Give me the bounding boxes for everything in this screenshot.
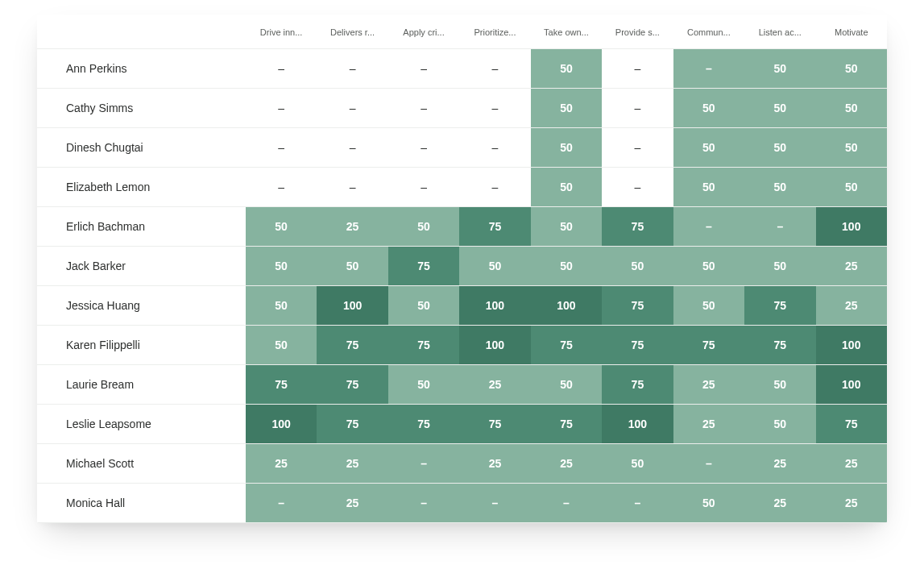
column-header[interactable]: Drive inn... — [246, 15, 317, 49]
heatmap-cell[interactable]: 50 — [673, 286, 744, 326]
heatmap-cell[interactable]: – — [744, 207, 815, 247]
heatmap-cell[interactable]: 50 — [673, 168, 744, 207]
heatmap-cell[interactable]: 50 — [816, 128, 887, 168]
heatmap-cell[interactable]: – — [388, 89, 459, 128]
heatmap-cell[interactable]: 50 — [744, 168, 815, 207]
column-header[interactable]: Prioritize... — [459, 15, 530, 49]
heatmap-cell[interactable]: 50 — [744, 49, 815, 89]
heatmap-cell[interactable]: – — [602, 89, 673, 128]
heatmap-cell[interactable]: 75 — [602, 207, 673, 247]
heatmap-cell[interactable]: 50 — [816, 168, 887, 207]
row-name[interactable]: Elizabeth Lemon — [37, 168, 246, 207]
heatmap-cell[interactable]: – — [602, 49, 673, 89]
column-header[interactable]: Commun... — [673, 15, 744, 49]
row-name[interactable]: Laurie Bream — [37, 365, 246, 405]
heatmap-cell[interactable]: 50 — [744, 89, 815, 128]
heatmap-cell[interactable]: 50 — [388, 286, 459, 326]
heatmap-cell[interactable]: 75 — [317, 326, 387, 365]
column-header[interactable]: Provide s... — [602, 15, 673, 49]
heatmap-cell[interactable]: 25 — [816, 444, 887, 484]
heatmap-cell[interactable]: 25 — [816, 247, 887, 286]
heatmap-cell[interactable]: 75 — [673, 326, 744, 365]
heatmap-cell[interactable]: 50 — [459, 247, 530, 286]
heatmap-cell[interactable]: – — [317, 49, 387, 89]
row-name[interactable]: Ann Perkins — [37, 49, 246, 89]
row-name[interactable]: Cathy Simms — [37, 89, 246, 128]
heatmap-cell[interactable]: 25 — [317, 207, 387, 247]
heatmap-cell[interactable]: 100 — [246, 405, 317, 444]
column-header[interactable]: Delivers r... — [317, 15, 387, 49]
heatmap-cell[interactable]: 100 — [531, 286, 602, 326]
heatmap-cell[interactable]: 100 — [602, 405, 673, 444]
heatmap-cell[interactable]: 100 — [816, 365, 887, 405]
heatmap-cell[interactable]: 75 — [317, 365, 387, 405]
heatmap-cell[interactable]: – — [673, 444, 744, 484]
heatmap-cell[interactable]: 25 — [673, 405, 744, 444]
column-header[interactable]: Apply cri... — [388, 15, 459, 49]
heatmap-cell[interactable]: 100 — [459, 326, 530, 365]
row-name[interactable]: Monica Hall — [37, 484, 246, 523]
heatmap-cell[interactable]: 25 — [246, 444, 317, 484]
heatmap-cell[interactable]: – — [602, 128, 673, 168]
heatmap-cell[interactable]: – — [317, 168, 387, 207]
heatmap-cell[interactable]: 75 — [602, 365, 673, 405]
heatmap-cell[interactable]: 50 — [744, 247, 815, 286]
row-name[interactable]: Jack Barker — [37, 247, 246, 286]
heatmap-cell[interactable]: 75 — [744, 326, 815, 365]
row-name[interactable]: Leslie Leapsome — [37, 405, 246, 444]
heatmap-cell[interactable]: 50 — [531, 89, 602, 128]
row-name[interactable]: Dinesh Chugtai — [37, 128, 246, 168]
heatmap-cell[interactable]: 75 — [317, 405, 387, 444]
heatmap-cell[interactable]: 75 — [816, 405, 887, 444]
column-header[interactable]: Listen ac... — [744, 15, 815, 49]
heatmap-cell[interactable]: 75 — [459, 207, 530, 247]
heatmap-cell[interactable]: – — [246, 89, 317, 128]
heatmap-cell[interactable]: – — [246, 484, 317, 523]
heatmap-cell[interactable]: – — [602, 484, 673, 523]
heatmap-cell[interactable]: – — [388, 444, 459, 484]
heatmap-cell[interactable]: 50 — [673, 128, 744, 168]
heatmap-cell[interactable]: 25 — [816, 286, 887, 326]
heatmap-cell[interactable]: 100 — [816, 326, 887, 365]
heatmap-cell[interactable]: 50 — [531, 207, 602, 247]
heatmap-cell[interactable]: 25 — [673, 365, 744, 405]
heatmap-cell[interactable]: 50 — [673, 247, 744, 286]
heatmap-cell[interactable]: 50 — [816, 49, 887, 89]
heatmap-cell[interactable]: 25 — [459, 444, 530, 484]
heatmap-cell[interactable]: 25 — [531, 444, 602, 484]
heatmap-cell[interactable]: 50 — [388, 207, 459, 247]
heatmap-cell[interactable]: 50 — [246, 286, 317, 326]
heatmap-cell[interactable]: 50 — [531, 128, 602, 168]
heatmap-cell[interactable]: 75 — [388, 247, 459, 286]
heatmap-cell[interactable]: 75 — [388, 405, 459, 444]
heatmap-cell[interactable]: – — [531, 484, 602, 523]
heatmap-cell[interactable]: 50 — [317, 247, 387, 286]
heatmap-cell[interactable]: 25 — [459, 365, 530, 405]
heatmap-cell[interactable]: 25 — [744, 444, 815, 484]
heatmap-cell[interactable]: 75 — [531, 405, 602, 444]
heatmap-cell[interactable]: – — [459, 89, 530, 128]
heatmap-cell[interactable]: – — [673, 49, 744, 89]
heatmap-cell[interactable]: 50 — [246, 326, 317, 365]
column-header[interactable]: Take own... — [531, 15, 602, 49]
row-name[interactable]: Erlich Bachman — [37, 207, 246, 247]
heatmap-cell[interactable]: 50 — [673, 484, 744, 523]
heatmap-cell[interactable]: – — [317, 128, 387, 168]
heatmap-cell[interactable]: – — [246, 168, 317, 207]
heatmap-cell[interactable]: 50 — [246, 207, 317, 247]
heatmap-cell[interactable]: 75 — [246, 365, 317, 405]
heatmap-cell[interactable]: 100 — [317, 286, 387, 326]
heatmap-cell[interactable]: – — [673, 207, 744, 247]
heatmap-cell[interactable]: 50 — [531, 168, 602, 207]
heatmap-cell[interactable]: 100 — [459, 286, 530, 326]
heatmap-cell[interactable]: 75 — [531, 326, 602, 365]
heatmap-cell[interactable]: – — [459, 484, 530, 523]
heatmap-cell[interactable]: 100 — [816, 207, 887, 247]
heatmap-cell[interactable]: 75 — [744, 286, 815, 326]
heatmap-cell[interactable]: 50 — [673, 89, 744, 128]
heatmap-cell[interactable]: – — [388, 168, 459, 207]
heatmap-cell[interactable]: 50 — [816, 89, 887, 128]
heatmap-cell[interactable]: – — [388, 128, 459, 168]
heatmap-cell[interactable]: – — [602, 168, 673, 207]
heatmap-cell[interactable]: 25 — [317, 484, 387, 523]
